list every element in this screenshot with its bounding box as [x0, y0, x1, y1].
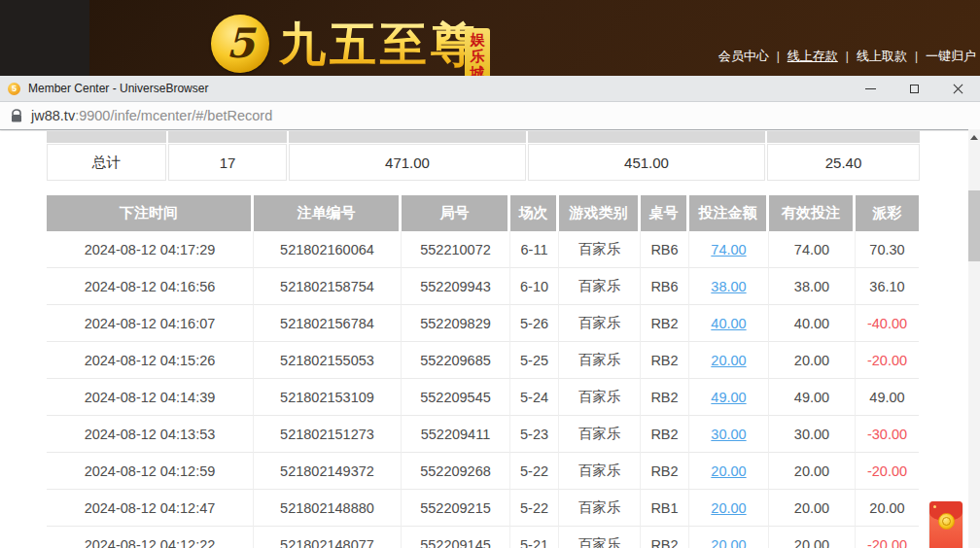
- sliver-cell: [767, 131, 920, 143]
- table-cell: RB2: [641, 416, 689, 453]
- table-cell: 百家乐: [559, 527, 641, 548]
- table-cell: 5-22: [510, 453, 559, 490]
- table-cell: 百家乐: [559, 490, 641, 527]
- bet-table-body: 2024-08-12 04:17:29521802160064552210072…: [0, 231, 980, 548]
- summary-row: 总计 17 471.00 451.00 25.40: [47, 144, 980, 181]
- table-cell: -20.00: [856, 342, 919, 379]
- table-cell: 38.00: [769, 268, 856, 305]
- brand-badge-char: 娱: [465, 31, 490, 48]
- brand-badge-char: 乐: [465, 48, 490, 64]
- table-cell: 2024-08-12 04:12:22: [47, 527, 254, 548]
- table-cell: 521802151273: [254, 416, 402, 453]
- table-row: 2024-08-12 04:13:53521802151273552209411…: [47, 416, 980, 453]
- table-cell: 20.00: [769, 490, 856, 527]
- window-title: Member Center - UniverseBrowser: [28, 82, 208, 95]
- title-bar: 5 Member Center - UniverseBrowser: [0, 76, 980, 102]
- nav-member-center[interactable]: 会员中心: [718, 48, 769, 65]
- table-row: 2024-08-12 04:12:47521802148880552209215…: [47, 490, 980, 527]
- bet-amount-link[interactable]: 20.00: [711, 537, 746, 548]
- envelope-coin-icon: [938, 513, 955, 530]
- table-cell: -20.00: [856, 527, 919, 548]
- table-cell: 5-22: [510, 490, 559, 527]
- scroll-up-arrow-icon[interactable]: [970, 135, 978, 140]
- nav-one-key-transfer[interactable]: 一键归户: [926, 48, 976, 65]
- close-button[interactable]: [936, 76, 980, 102]
- table-cell: RB2: [641, 379, 689, 416]
- table-cell: 552210072: [402, 231, 510, 268]
- table-cell: 521802158754: [254, 268, 402, 305]
- url-host: jw88.tv: [31, 108, 75, 123]
- nav-online-deposit[interactable]: 线上存款: [788, 48, 838, 65]
- table-cell: 6-11: [510, 231, 559, 268]
- header-black-panel: [0, 0, 89, 76]
- browser-window: 5 九五至尊 娱 乐 城 会员中心 | 线上存款 | 线上取款 | 一键归户 5…: [0, 0, 980, 548]
- bet-amount-link[interactable]: 40.00: [711, 316, 746, 331]
- summary-payout: 25.40: [767, 144, 920, 181]
- table-cell: 40.00: [769, 305, 856, 342]
- table-cell: 20.00: [689, 527, 769, 548]
- red-envelope-promo-icon[interactable]: [929, 501, 962, 548]
- brand-title: 九五至尊: [279, 14, 481, 76]
- vertical-scrollbar[interactable]: [968, 129, 980, 548]
- table-cell: 552209215: [402, 490, 510, 527]
- table-cell: 5-23: [510, 416, 559, 453]
- col-header-valid-bet: 有效投注: [769, 195, 856, 231]
- page-content: 总计 17 471.00 451.00 25.40 下注时间 注单编号 局号 场…: [0, 131, 980, 548]
- bet-amount-link[interactable]: 20.00: [711, 463, 746, 479]
- table-cell: 20.00: [689, 453, 769, 490]
- col-header-payout: 派彩: [856, 195, 919, 231]
- bet-amount-link[interactable]: 20.00: [711, 500, 746, 516]
- table-cell: 74.00: [689, 231, 769, 268]
- address-bar[interactable]: jw88.tv:9900/infe/mcenter/#/betRecord: [0, 102, 980, 130]
- table-cell: 20.00: [769, 342, 856, 379]
- bet-amount-link[interactable]: 30.00: [711, 427, 746, 442]
- col-header-bet-amount: 投注金额: [689, 195, 769, 231]
- sliver-cell: [528, 131, 765, 143]
- table-cell: 49.00: [769, 379, 856, 416]
- brand-badge-char: 城: [465, 64, 490, 76]
- sliver-cell: [168, 131, 287, 143]
- table-cell: 521802148880: [254, 490, 402, 527]
- brand-badge: 娱 乐 城: [465, 28, 490, 76]
- table-cell: 30.00: [769, 416, 856, 453]
- maximize-button[interactable]: [892, 76, 936, 102]
- table-cell: 20.00: [689, 490, 769, 527]
- table-cell: 2024-08-12 04:12:59: [47, 453, 254, 490]
- favicon-glyph: 5: [12, 85, 17, 93]
- summary-count: 17: [168, 144, 287, 181]
- envelope-sparkle: [933, 505, 936, 508]
- col-header-bet-time: 下注时间: [47, 195, 254, 231]
- table-cell: 30.00: [689, 416, 769, 453]
- table-cell: 5-24: [510, 379, 559, 416]
- url-field[interactable]: jw88.tv:9900/infe/mcenter/#/betRecord: [31, 108, 272, 123]
- minimize-button[interactable]: [849, 76, 892, 102]
- nav-separator: |: [777, 50, 780, 63]
- table-cell: 49.00: [689, 379, 769, 416]
- table-cell: -30.00: [856, 416, 919, 453]
- summary-label: 总计: [47, 144, 166, 181]
- table-row: 2024-08-12 04:17:29521802160064552210072…: [47, 231, 980, 268]
- table-cell: 5-21: [510, 527, 559, 548]
- url-path: :9900/infe/mcenter/#/betRecord: [75, 108, 272, 123]
- table-row: 2024-08-12 04:12:59521802149372552209268…: [47, 453, 980, 490]
- bet-amount-link[interactable]: 20.00: [711, 353, 746, 368]
- table-cell: 百家乐: [559, 416, 641, 453]
- bet-table-header: 下注时间 注单编号 局号 场次 游戏类别 桌号 投注金额 有效投注 派彩: [47, 195, 980, 231]
- table-row: 2024-08-12 04:12:22521802148077552209145…: [47, 527, 980, 548]
- table-cell: 552209145: [402, 527, 510, 548]
- bet-amount-link[interactable]: 38.00: [711, 279, 746, 294]
- table-cell: 49.00: [856, 379, 919, 416]
- nav-online-withdraw[interactable]: 线上取款: [857, 48, 907, 65]
- table-cell: 552209685: [402, 342, 510, 379]
- scrollbar-thumb[interactable]: [968, 190, 980, 261]
- table-cell: 36.10: [856, 268, 919, 305]
- sliver-cell: [289, 131, 526, 143]
- table-cell: RB2: [641, 453, 689, 490]
- table-cell: 5-26: [510, 305, 559, 342]
- bet-amount-link[interactable]: 74.00: [711, 242, 746, 257]
- table-cell: 6-10: [510, 268, 559, 305]
- top-nav: 会员中心 | 线上存款 | 线上取款 | 一键归户: [718, 48, 976, 65]
- sliver-cell: [47, 131, 166, 143]
- bet-amount-link[interactable]: 49.00: [711, 390, 746, 405]
- table-cell: 20.00: [769, 527, 856, 548]
